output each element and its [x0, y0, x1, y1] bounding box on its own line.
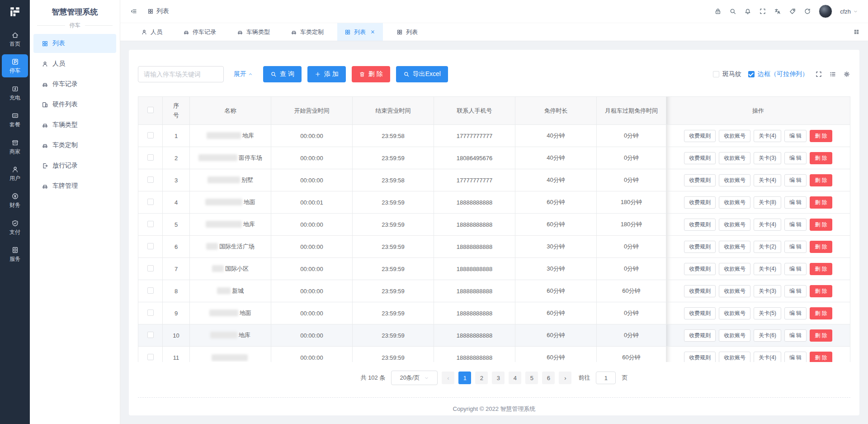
tab-list-2[interactable]: 列表 [389, 23, 425, 41]
refresh-icon[interactable] [804, 8, 811, 15]
delete-button[interactable]: 删 除 [810, 152, 832, 164]
tab-vehicle-custom[interactable]: 车类定制 [283, 23, 331, 41]
border-checkbox[interactable] [748, 71, 755, 77]
edit-button[interactable]: 编 辑 [784, 263, 807, 275]
row-checkbox[interactable] [147, 354, 154, 360]
row-checkbox[interactable] [147, 243, 154, 249]
payment-account-button[interactable]: 收款账号 [719, 329, 750, 342]
delete-button[interactable]: 删 除 [810, 285, 832, 297]
delete-button[interactable]: 删 除 [810, 174, 832, 186]
fee-rules-button[interactable]: 收费规则 [684, 219, 716, 231]
search-icon[interactable] [729, 8, 736, 15]
notification-icon[interactable] [744, 8, 751, 15]
zebra-checkbox[interactable] [713, 71, 719, 77]
delete-button[interactable]: 删 除 [810, 196, 832, 209]
gear-icon[interactable] [843, 71, 850, 78]
rail-item-services[interactable]: 服务 [2, 243, 28, 265]
payment-account-button[interactable]: 收款账号 [719, 307, 750, 319]
payment-account-button[interactable]: 收款账号 [719, 152, 750, 164]
fee-rules-button[interactable]: 收费规则 [684, 174, 716, 186]
fee-rules-button[interactable]: 收费规则 [684, 352, 716, 362]
delete-button[interactable]: 删 除 [810, 263, 832, 275]
fullscreen-icon[interactable] [759, 8, 766, 15]
column-settings-icon[interactable] [829, 71, 836, 78]
lock-icon[interactable] [714, 8, 722, 15]
gate-button[interactable]: 关卡(6) [754, 329, 781, 342]
delete-button[interactable]: 删 除 [810, 241, 832, 253]
fee-rules-button[interactable]: 收费规则 [684, 152, 716, 164]
delete-button[interactable]: 删 除 [810, 352, 832, 362]
edit-button[interactable]: 编 辑 [784, 130, 807, 142]
payment-account-button[interactable]: 收款账号 [719, 263, 750, 275]
tab-vehicle-types[interactable]: 车辆类型 [230, 23, 277, 41]
tab-personnel[interactable]: 人员 [134, 23, 170, 41]
delete-button[interactable]: 删 除 [352, 66, 390, 82]
payment-account-button[interactable]: 收款账号 [719, 130, 750, 142]
page-button-1[interactable]: 1 [458, 372, 471, 384]
gate-button[interactable]: 关卡(8) [754, 196, 781, 209]
edit-button[interactable]: 编 辑 [784, 285, 807, 297]
edit-button[interactable]: 编 辑 [784, 307, 807, 319]
rail-item-users[interactable]: 用户 [2, 162, 28, 185]
prev-page-button[interactable]: ‹ [442, 372, 454, 384]
search-input[interactable] [138, 66, 224, 82]
gate-button[interactable]: 关卡(5) [754, 307, 781, 319]
app-logo[interactable] [0, 0, 30, 24]
fee-rules-button[interactable]: 收费规则 [684, 196, 716, 209]
gate-button[interactable]: 关卡(3) [754, 152, 781, 164]
rail-item-home[interactable]: 首页 [2, 28, 28, 50]
gate-button[interactable]: 关卡(4) [754, 174, 781, 186]
delete-button[interactable]: 删 除 [810, 307, 832, 319]
edit-button[interactable]: 编 辑 [784, 329, 807, 342]
page-button-3[interactable]: 3 [492, 372, 505, 384]
gate-button[interactable]: 关卡(2) [754, 241, 781, 253]
payment-account-button[interactable]: 收款账号 [719, 285, 750, 297]
export-button[interactable]: 导出Excel [396, 66, 448, 82]
close-icon[interactable] [370, 29, 376, 35]
page-button-4[interactable]: 4 [509, 372, 521, 384]
payment-account-button[interactable]: 收款账号 [719, 174, 750, 186]
avatar[interactable] [819, 5, 832, 18]
zebra-toggle[interactable]: 斑马纹 [713, 70, 741, 78]
expand-filters-link[interactable]: 展开 [234, 70, 253, 78]
row-checkbox[interactable] [147, 199, 154, 205]
rail-item-payment[interactable]: 支付 [2, 216, 28, 238]
payment-account-button[interactable]: 收款账号 [719, 219, 750, 231]
payment-account-button[interactable]: 收款账号 [719, 241, 750, 253]
page-button-2[interactable]: 2 [475, 372, 488, 384]
fee-rules-button[interactable]: 收费规则 [684, 285, 716, 297]
next-page-button[interactable]: › [559, 372, 571, 384]
user-menu[interactable]: cfzh [840, 8, 858, 15]
collapse-sidebar-icon[interactable] [130, 8, 137, 15]
delete-button[interactable]: 删 除 [810, 130, 832, 142]
language-icon[interactable] [774, 8, 781, 15]
page-button-5[interactable]: 5 [525, 372, 538, 384]
row-checkbox[interactable] [147, 132, 154, 138]
gate-button[interactable]: 关卡(3) [754, 285, 781, 297]
row-checkbox[interactable] [147, 221, 154, 227]
gate-button[interactable]: 关卡(4) [754, 219, 781, 231]
rail-item-charge[interactable]: 充电 [2, 81, 28, 104]
edit-button[interactable]: 编 辑 [784, 196, 807, 209]
sidebar-item-release-records[interactable]: 放行记录 [33, 156, 116, 175]
gate-button[interactable]: 关卡(4) [754, 130, 781, 142]
row-checkbox[interactable] [147, 287, 154, 294]
tag-icon[interactable] [789, 8, 796, 15]
page-size-select[interactable]: 20条/页 [391, 371, 438, 385]
goto-page-input[interactable] [596, 372, 616, 384]
gate-button[interactable]: 关卡(4) [754, 263, 781, 275]
fee-rules-button[interactable]: 收费规则 [684, 329, 716, 342]
tab-list[interactable]: 列表 [337, 23, 383, 41]
sidebar-item-list[interactable]: 列表 [33, 34, 116, 53]
sidebar-item-vehicle-custom[interactable]: 车类定制 [33, 136, 116, 155]
row-checkbox[interactable] [147, 265, 154, 272]
payment-account-button[interactable]: 收款账号 [719, 196, 750, 209]
rail-item-merchants[interactable]: 商家 [2, 135, 28, 158]
fee-rules-button[interactable]: 收费规则 [684, 130, 716, 142]
select-all-checkbox[interactable] [147, 107, 154, 113]
gate-button[interactable]: 关卡(4) [754, 352, 781, 362]
table-fullscreen-icon[interactable] [815, 71, 822, 78]
tab-parking-records[interactable]: 停车记录 [176, 23, 223, 41]
row-checkbox[interactable] [147, 154, 154, 161]
edit-button[interactable]: 编 辑 [784, 352, 807, 362]
